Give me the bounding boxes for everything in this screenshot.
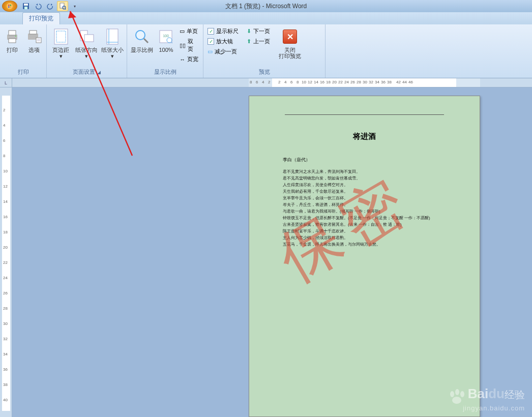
svg-text:100: 100	[163, 34, 169, 38]
svg-line-10	[65, 9, 66, 10]
group-page-setup: 页边距▾ 纸张方向▾ 纸张大小▾ 页面设置 ◢	[47, 24, 127, 78]
svg-rect-12	[9, 31, 16, 35]
show-ruler-checkbox[interactable]: ✓显示标尺	[205, 26, 241, 36]
checkbox-checked-icon: ✓	[208, 38, 214, 45]
document-workspace[interactable]: 将进酒 李白（唐代） 君不见黄河之水天上来，奔流到海不复回。君不见高堂明镜悲白发…	[12, 87, 532, 417]
window-title: 文档 1 (预览) - Microsoft Word	[225, 2, 307, 11]
office-button[interactable]	[2, 1, 17, 12]
next-page-button[interactable]: ⬇下一页	[245, 26, 272, 36]
group-preview: ✓显示标尺 ✓放大镜 ▭减少一页 ⬇下一页 ⬆上一页 ✕ 关闭打印预览 预览	[203, 24, 326, 78]
print-preview-qat-icon[interactable]	[57, 1, 68, 11]
group-zoom: 显示比例 100 100% ▭单页 ▯▯双页 ↔页宽 显示比例	[127, 24, 203, 78]
svg-point-27	[136, 31, 145, 40]
shrink-one-page-button[interactable]: ▭减少一页	[205, 47, 241, 56]
save-icon[interactable]	[20, 1, 32, 11]
paper-size-icon	[106, 27, 119, 46]
svg-point-0	[7, 3, 13, 9]
arrow-down-icon: ⬇	[247, 28, 251, 35]
horizontal-ruler[interactable]: 8642 2468 10121416 18202224 26283032 343…	[12, 78, 532, 87]
magnifier-checkbox[interactable]: ✓放大镜	[205, 37, 241, 46]
margins-button[interactable]: 页边距▾	[49, 26, 73, 60]
one-page-icon: ▭	[180, 28, 185, 35]
ribbon: 打印 选项 打印 页边距▾ 纸张方向▾ 纸张大小▾ 页面设置 ◢	[0, 24, 532, 78]
page-preview: 将进酒 李白（唐代） 君不见黄河之水天上来，奔流到海不复回。君不见高堂明镜悲白发…	[249, 96, 480, 417]
redo-icon[interactable]	[45, 1, 56, 11]
page-width-icon: ↔	[180, 56, 185, 63]
close-preview-button[interactable]: ✕ 关闭打印预览	[276, 26, 304, 60]
ribbon-tabs: 打印预览	[0, 12, 532, 24]
svg-rect-13	[9, 39, 16, 43]
document-author: 李白（唐代）	[283, 157, 480, 163]
close-icon: ✕	[283, 29, 297, 44]
svg-rect-3	[8, 7, 10, 8]
two-page-icon: ▯▯	[180, 42, 186, 49]
options-icon	[26, 27, 42, 46]
header-rule	[285, 114, 444, 115]
orientation-button[interactable]: 纸张方向▾	[74, 26, 99, 60]
arrow-up-icon: ⬆	[247, 38, 251, 45]
vertical-ruler[interactable]: 2468 10121416 18202224 26283032 34363840	[0, 87, 12, 417]
ruler-corner: L	[0, 78, 12, 87]
print-button[interactable]: 打印	[2, 26, 23, 54]
magnifier-icon	[134, 27, 150, 46]
svg-rect-2	[10, 5, 12, 6]
quick-access-toolbar: ▾	[0, 1, 80, 12]
paper-size-button[interactable]: 纸张大小▾	[100, 26, 125, 60]
two-page-button[interactable]: ▯▯双页	[178, 37, 201, 54]
svg-rect-1	[8, 5, 10, 6]
group-print: 打印 选项 打印	[0, 24, 47, 78]
svg-line-28	[144, 39, 148, 43]
qat-dropdown-icon[interactable]: ▾	[69, 1, 80, 11]
100percent-button[interactable]: 100 100%	[156, 26, 177, 54]
zoom-button[interactable]: 显示比例	[129, 26, 155, 54]
svg-rect-17	[36, 38, 41, 43]
svg-rect-8	[60, 3, 64, 8]
svg-rect-23	[84, 35, 94, 42]
orientation-icon	[78, 27, 95, 46]
document-body: 君不见黄河之水天上来，奔流到海不复回。君不见高堂明镜悲白发，朝如青丝暮成雪。人生…	[283, 168, 480, 248]
printer-icon	[4, 27, 20, 46]
svg-rect-7	[24, 7, 27, 9]
margins-icon	[53, 27, 69, 46]
tab-print-preview[interactable]: 打印预览	[22, 12, 60, 24]
options-button[interactable]: 选项	[24, 26, 45, 54]
100-icon: 100	[158, 27, 173, 46]
svg-rect-4	[10, 7, 12, 8]
svg-rect-16	[29, 31, 37, 34]
svg-rect-6	[24, 4, 28, 6]
svg-point-14	[15, 36, 16, 37]
page-width-button[interactable]: ↔页宽	[178, 54, 201, 64]
prev-page-button[interactable]: ⬆上一页	[245, 37, 272, 46]
checkbox-checked-icon: ✓	[208, 28, 214, 35]
document-title: 将进酒	[249, 132, 480, 141]
shrink-icon: ▭	[208, 48, 213, 55]
title-bar: ▾ 文档 1 (预览) - Microsoft Word	[0, 0, 532, 12]
undo-icon[interactable]	[33, 1, 44, 11]
one-page-button[interactable]: ▭单页	[178, 26, 201, 36]
